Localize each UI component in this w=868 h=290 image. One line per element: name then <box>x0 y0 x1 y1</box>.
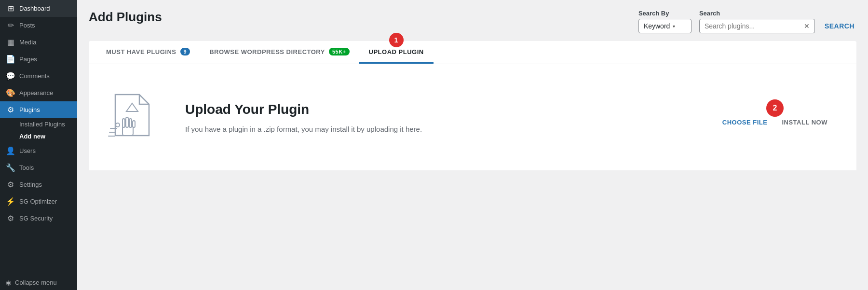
sidebar-item-appearance[interactable]: 🎨 Appearance <box>0 84 77 101</box>
sidebar-item-label: Tools <box>19 164 34 171</box>
main-content: Add Plugins Search By Keyword ▾ Search ✕… <box>77 0 868 290</box>
search-group: Search ✕ <box>699 10 815 33</box>
sidebar-item-media[interactable]: ▦ Media <box>0 34 77 51</box>
svg-point-8 <box>116 123 120 127</box>
comments-icon: 💬 <box>6 71 15 81</box>
search-area: Search By Keyword ▾ Search ✕ SEARCH <box>638 10 856 33</box>
sidebar-item-label: Plugins <box>19 106 40 113</box>
sidebar-sub-installed-plugins[interactable]: Installed Plugins <box>0 118 77 130</box>
tab-browse[interactable]: BROWSE WORDPRESS DIRECTORY 55K+ <box>200 41 359 64</box>
circle-2: 2 <box>766 99 784 117</box>
svg-rect-1 <box>122 119 125 127</box>
sidebar-sub-add-new[interactable]: Add new <box>0 130 77 142</box>
sub-item-label: Installed Plugins <box>19 121 65 128</box>
sidebar-item-label: Settings <box>19 181 42 188</box>
search-label: Search <box>699 10 815 17</box>
sidebar-item-label: Users <box>19 147 36 154</box>
sidebar-item-label: Dashboard <box>19 5 50 12</box>
tab-upload[interactable]: 1 UPLOAD PLUGIN <box>359 41 434 64</box>
tab-must-have-badge: 9 <box>180 48 190 55</box>
media-icon: ▦ <box>6 38 15 47</box>
tab-upload-label: UPLOAD PLUGIN <box>369 48 424 55</box>
svg-rect-4 <box>133 121 135 127</box>
sidebar-item-sg-optimizer[interactable]: ⚡ SG Optimizer <box>0 193 77 210</box>
sidebar-item-label: Appearance <box>19 89 53 97</box>
upload-panel: Upload Your Plugin If you have a plugin … <box>89 64 856 170</box>
sidebar-item-pages[interactable]: 📄 Pages <box>0 51 77 68</box>
sidebar-item-plugins[interactable]: ⚙ Plugins <box>0 101 77 118</box>
sidebar-item-users[interactable]: 👤 Users <box>0 142 77 159</box>
sidebar-item-label: SG Optimizer <box>19 198 57 205</box>
sidebar-item-sg-security[interactable]: ⚙ SG Security <box>0 210 77 227</box>
tabs: MUST HAVE PLUGINS 9 BROWSE WORDPRESS DIR… <box>89 41 856 64</box>
posts-icon: ✏ <box>6 21 15 30</box>
search-by-label: Search By <box>638 10 692 17</box>
sub-item-label: Add new <box>19 133 45 140</box>
collapse-label: Collapse menu <box>15 279 57 286</box>
sidebar-item-dashboard[interactable]: ⊞ Dashboard <box>0 0 77 17</box>
upload-text-area: Upload Your Plugin If you have a plugin … <box>185 102 703 133</box>
tools-icon: 🔧 <box>6 163 15 172</box>
tabs-wrapper: MUST HAVE PLUGINS 9 BROWSE WORDPRESS DIR… <box>89 41 856 64</box>
search-input[interactable] <box>705 22 801 30</box>
tabs-and-content: MUST HAVE PLUGINS 9 BROWSE WORDPRESS DIR… <box>89 41 856 170</box>
tab-must-have[interactable]: MUST HAVE PLUGINS 9 <box>96 41 200 64</box>
upload-actions: 2 CHOOSE FILE INSTALL NOW <box>722 109 827 126</box>
plugins-icon: ⚙ <box>6 105 15 114</box>
search-by-group: Search By Keyword ▾ <box>638 10 692 33</box>
sidebar: ⊞ Dashboard ✏ Posts ▦ Media 📄 Pages 💬 Co… <box>0 0 77 290</box>
sidebar-item-tools[interactable]: 🔧 Tools <box>0 159 77 176</box>
upload-title: Upload Your Plugin <box>185 102 703 117</box>
upload-description: If you have a plugin in a .zip format, y… <box>185 125 703 133</box>
actions-row: CHOOSE FILE INSTALL NOW <box>722 119 827 126</box>
sidebar-item-label: Posts <box>19 22 35 29</box>
pages-icon: 📄 <box>6 55 15 64</box>
sidebar-item-label: Media <box>19 39 36 46</box>
tab-browse-label: BROWSE WORDPRESS DIRECTORY <box>209 48 325 55</box>
sg-security-icon: ⚙ <box>6 214 15 223</box>
clear-search-button[interactable]: ✕ <box>804 22 810 30</box>
sidebar-item-posts[interactable]: ✏ Posts <box>0 17 77 34</box>
search-button[interactable]: SEARCH <box>823 19 856 33</box>
plugin-upload-icon <box>108 90 156 143</box>
header-row: Add Plugins Search By Keyword ▾ Search ✕… <box>89 10 856 33</box>
tab-circle-1: 1 <box>389 33 404 47</box>
sidebar-item-comments[interactable]: 💬 Comments <box>0 68 77 84</box>
sg-optimizer-icon: ⚡ <box>6 197 15 206</box>
svg-rect-2 <box>126 117 128 127</box>
keyword-label: Keyword <box>644 22 670 30</box>
choose-file-button[interactable]: CHOOSE FILE <box>722 119 768 126</box>
tab-must-have-label: MUST HAVE PLUGINS <box>106 48 176 55</box>
collapse-menu-button[interactable]: ◉ Collapse menu <box>0 275 77 290</box>
appearance-icon: 🎨 <box>6 88 15 97</box>
sidebar-item-label: SG Security <box>19 215 53 222</box>
sidebar-item-label: Comments <box>19 72 50 80</box>
settings-icon: ⚙ <box>6 180 15 189</box>
search-input-wrap: ✕ <box>699 19 815 33</box>
collapse-icon: ◉ <box>6 279 11 286</box>
page-title: Add Plugins <box>89 10 162 25</box>
tab-browse-badge: 55K+ <box>329 48 350 55</box>
svg-rect-3 <box>129 119 132 127</box>
sidebar-item-settings[interactable]: ⚙ Settings <box>0 176 77 193</box>
users-icon: 👤 <box>6 146 15 155</box>
upload-icon-area <box>108 90 166 145</box>
sidebar-item-label: Pages <box>19 55 37 63</box>
chevron-down-icon: ▾ <box>673 24 675 29</box>
dashboard-icon: ⊞ <box>6 4 15 13</box>
install-now-button[interactable]: INSTALL NOW <box>782 119 827 126</box>
plugins-submenu: Installed Plugins Add new <box>0 118 77 142</box>
keyword-select[interactable]: Keyword ▾ <box>638 19 692 33</box>
